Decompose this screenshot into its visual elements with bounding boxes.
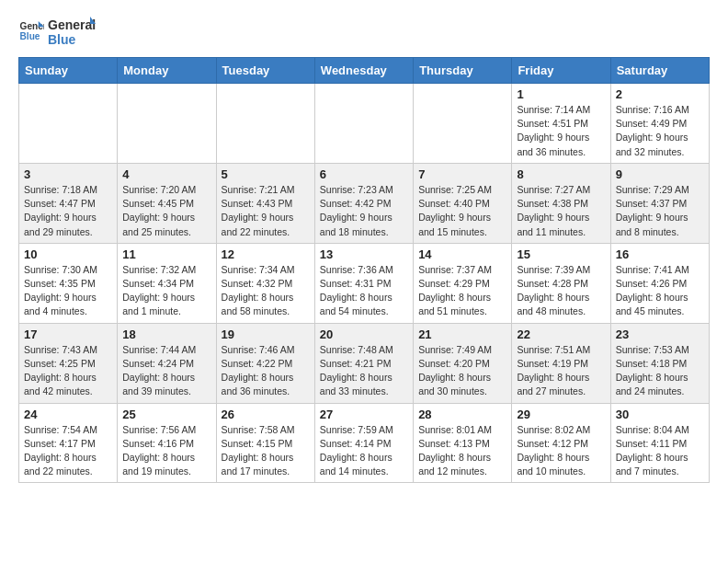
day-info: Sunrise: 7:58 AM Sunset: 4:15 PM Dayligh… [222, 423, 310, 479]
day-number: 23 [616, 327, 704, 341]
day-info: Sunrise: 7:43 AM Sunset: 4:25 PM Dayligh… [24, 343, 112, 399]
day-info: Sunrise: 7:53 AM Sunset: 4:18 PM Dayligh… [616, 343, 704, 399]
day-number: 17 [24, 327, 112, 341]
day-number: 12 [222, 247, 310, 261]
calendar-week-row: 1Sunrise: 7:14 AM Sunset: 4:51 PM Daylig… [19, 84, 710, 164]
day-info: Sunrise: 7:18 AM Sunset: 4:47 PM Dayligh… [24, 183, 112, 239]
day-info: Sunrise: 7:25 AM Sunset: 4:40 PM Dayligh… [418, 183, 506, 239]
calendar-cell: 19Sunrise: 7:46 AM Sunset: 4:22 PM Dayli… [216, 323, 314, 403]
day-info: Sunrise: 7:20 AM Sunset: 4:45 PM Dayligh… [122, 183, 210, 239]
day-number: 22 [517, 327, 605, 341]
day-info: Sunrise: 7:59 AM Sunset: 4:14 PM Dayligh… [320, 423, 408, 479]
calendar-cell: 2Sunrise: 7:16 AM Sunset: 4:49 PM Daylig… [610, 84, 709, 164]
calendar-cell: 23Sunrise: 7:53 AM Sunset: 4:18 PM Dayli… [610, 323, 709, 403]
day-number: 30 [616, 408, 704, 421]
weekday-header-row: SundayMondayTuesdayWednesdayThursdayFrid… [19, 58, 710, 84]
day-info: Sunrise: 7:39 AM Sunset: 4:28 PM Dayligh… [517, 263, 605, 319]
logo-svg: General Blue [48, 15, 96, 48]
day-number: 9 [616, 167, 704, 181]
calendar-cell: 14Sunrise: 7:37 AM Sunset: 4:29 PM Dayli… [414, 243, 512, 323]
calendar-cell: 9Sunrise: 7:29 AM Sunset: 4:37 PM Daylig… [610, 163, 709, 243]
calendar-cell: 15Sunrise: 7:39 AM Sunset: 4:28 PM Dayli… [512, 243, 610, 323]
calendar-cell: 21Sunrise: 7:49 AM Sunset: 4:20 PM Dayli… [414, 323, 512, 403]
day-info: Sunrise: 8:04 AM Sunset: 4:11 PM Dayligh… [616, 423, 704, 479]
day-number: 6 [320, 167, 408, 181]
calendar-cell: 4Sunrise: 7:20 AM Sunset: 4:45 PM Daylig… [118, 163, 216, 243]
calendar-cell [19, 84, 118, 164]
calendar-cell: 20Sunrise: 7:48 AM Sunset: 4:21 PM Dayli… [314, 323, 413, 403]
header: General Blue General Blue [18, 15, 710, 48]
weekday-header: Thursday [414, 58, 512, 84]
day-number: 24 [24, 408, 112, 421]
day-number: 20 [320, 327, 408, 341]
day-info: Sunrise: 7:56 AM Sunset: 4:16 PM Dayligh… [122, 423, 210, 479]
calendar-cell [414, 84, 512, 164]
calendar-cell: 27Sunrise: 7:59 AM Sunset: 4:14 PM Dayli… [314, 403, 413, 483]
day-number: 18 [122, 327, 210, 341]
day-number: 11 [122, 247, 210, 261]
calendar-cell: 3Sunrise: 7:18 AM Sunset: 4:47 PM Daylig… [19, 163, 118, 243]
svg-text:General: General [48, 17, 96, 32]
day-number: 5 [222, 167, 310, 181]
calendar-week-row: 3Sunrise: 7:18 AM Sunset: 4:47 PM Daylig… [19, 163, 710, 243]
day-number: 25 [122, 408, 210, 421]
day-number: 1 [517, 87, 605, 101]
day-info: Sunrise: 7:46 AM Sunset: 4:22 PM Dayligh… [222, 343, 310, 399]
weekday-header: Wednesday [314, 58, 413, 84]
calendar-week-row: 17Sunrise: 7:43 AM Sunset: 4:25 PM Dayli… [19, 323, 710, 403]
day-number: 4 [122, 167, 210, 181]
day-info: Sunrise: 7:32 AM Sunset: 4:34 PM Dayligh… [122, 263, 210, 319]
calendar-cell: 7Sunrise: 7:25 AM Sunset: 4:40 PM Daylig… [414, 163, 512, 243]
calendar-cell: 16Sunrise: 7:41 AM Sunset: 4:26 PM Dayli… [610, 243, 709, 323]
day-info: Sunrise: 7:34 AM Sunset: 4:32 PM Dayligh… [222, 263, 310, 319]
day-info: Sunrise: 7:36 AM Sunset: 4:31 PM Dayligh… [320, 263, 408, 319]
page: General Blue General Blue Sunda [0, 0, 728, 498]
day-number: 16 [616, 247, 704, 261]
calendar-cell: 11Sunrise: 7:32 AM Sunset: 4:34 PM Dayli… [118, 243, 216, 323]
day-info: Sunrise: 7:21 AM Sunset: 4:43 PM Dayligh… [222, 183, 310, 239]
day-number: 27 [320, 408, 408, 421]
day-number: 13 [320, 247, 408, 261]
logo: General Blue General Blue [18, 15, 96, 48]
weekday-header: Saturday [610, 58, 709, 84]
day-info: Sunrise: 7:54 AM Sunset: 4:17 PM Dayligh… [24, 423, 112, 479]
logo-icon: General Blue [18, 18, 44, 44]
day-info: Sunrise: 7:49 AM Sunset: 4:20 PM Dayligh… [418, 343, 506, 399]
day-number: 21 [418, 327, 506, 341]
weekday-header: Friday [512, 58, 610, 84]
svg-text:Blue: Blue [48, 32, 76, 47]
day-info: Sunrise: 7:44 AM Sunset: 4:24 PM Dayligh… [122, 343, 210, 399]
day-info: Sunrise: 7:51 AM Sunset: 4:19 PM Dayligh… [517, 343, 605, 399]
calendar-cell: 17Sunrise: 7:43 AM Sunset: 4:25 PM Dayli… [19, 323, 118, 403]
calendar-cell [314, 84, 413, 164]
day-number: 8 [517, 167, 605, 181]
calendar-cell: 30Sunrise: 8:04 AM Sunset: 4:11 PM Dayli… [610, 403, 709, 483]
calendar-cell [118, 84, 216, 164]
day-number: 26 [222, 408, 310, 421]
day-number: 15 [517, 247, 605, 261]
calendar-cell [216, 84, 314, 164]
calendar-cell: 26Sunrise: 7:58 AM Sunset: 4:15 PM Dayli… [216, 403, 314, 483]
day-info: Sunrise: 7:27 AM Sunset: 4:38 PM Dayligh… [517, 183, 605, 239]
calendar-cell: 28Sunrise: 8:01 AM Sunset: 4:13 PM Dayli… [414, 403, 512, 483]
day-info: Sunrise: 7:41 AM Sunset: 4:26 PM Dayligh… [616, 263, 704, 319]
calendar-cell: 10Sunrise: 7:30 AM Sunset: 4:35 PM Dayli… [19, 243, 118, 323]
day-info: Sunrise: 7:37 AM Sunset: 4:29 PM Dayligh… [418, 263, 506, 319]
weekday-header: Monday [118, 58, 216, 84]
calendar-cell: 8Sunrise: 7:27 AM Sunset: 4:38 PM Daylig… [512, 163, 610, 243]
calendar-cell: 1Sunrise: 7:14 AM Sunset: 4:51 PM Daylig… [512, 84, 610, 164]
day-info: Sunrise: 7:23 AM Sunset: 4:42 PM Dayligh… [320, 183, 408, 239]
weekday-header: Tuesday [216, 58, 314, 84]
day-info: Sunrise: 7:30 AM Sunset: 4:35 PM Dayligh… [24, 263, 112, 319]
calendar-cell: 5Sunrise: 7:21 AM Sunset: 4:43 PM Daylig… [216, 163, 314, 243]
day-info: Sunrise: 8:01 AM Sunset: 4:13 PM Dayligh… [418, 423, 506, 479]
weekday-header: Sunday [19, 58, 118, 84]
day-number: 19 [222, 327, 310, 341]
day-number: 28 [418, 408, 506, 421]
day-number: 7 [418, 167, 506, 181]
day-info: Sunrise: 7:48 AM Sunset: 4:21 PM Dayligh… [320, 343, 408, 399]
day-number: 3 [24, 167, 112, 181]
day-info: Sunrise: 7:29 AM Sunset: 4:37 PM Dayligh… [616, 183, 704, 239]
day-info: Sunrise: 7:14 AM Sunset: 4:51 PM Dayligh… [517, 103, 605, 159]
day-number: 29 [517, 408, 605, 421]
